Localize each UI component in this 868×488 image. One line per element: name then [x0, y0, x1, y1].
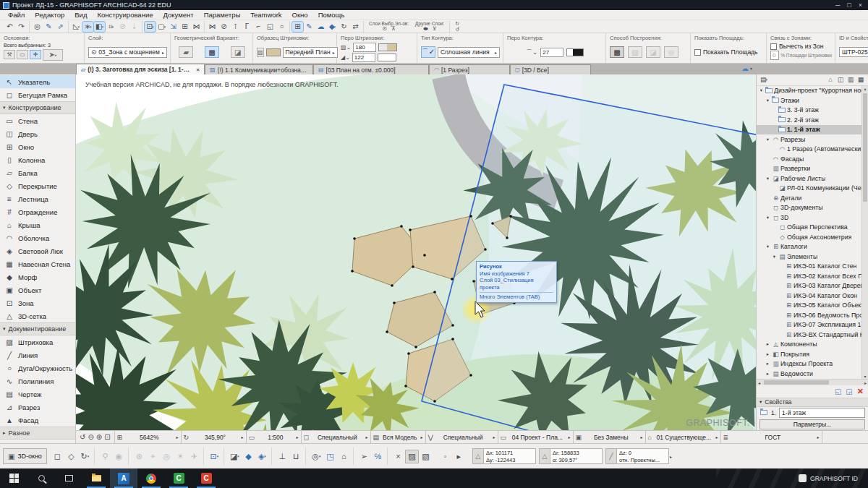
syringe-icon[interactable]: ⇗ [55, 22, 66, 32]
tracker-coordinate-box[interactable]: △Δx: 101171Δy: -122443 [472, 448, 536, 464]
tree-item[interactable]: ▾Дизайн-проект "Курортная носталь [757, 86, 861, 96]
tree-item[interactable]: ◪РЛ-01 Коммуникации (Чертеж) [757, 184, 861, 194]
tree-item[interactable]: ⊞ИКЭ-03 Каталог Дверей [757, 281, 861, 291]
clone-folder-icon[interactable]: ◲ [846, 388, 852, 395]
method-polygon-button[interactable]: ▩ [610, 46, 624, 58]
id-field[interactable] [839, 47, 868, 57]
menu-item[interactable]: Документ [158, 11, 198, 19]
tree-item[interactable]: 1. 1-й этаж [757, 125, 861, 135]
render-icon[interactable]: ◳ [324, 450, 336, 463]
delete-item-icon[interactable]: ✕ [857, 387, 864, 396]
quick-option-field[interactable]: ▤Вся Модель▸ [371, 431, 426, 443]
view-map-icon[interactable]: ◫ [835, 75, 846, 85]
quick-option-field[interactable]: ▣Без Замены▸ [574, 431, 646, 443]
tree-item[interactable]: ⊞ИКЭ-05 Каталог Объектов [757, 301, 861, 311]
partial-structure-icon[interactable]: ⊔ [290, 450, 302, 463]
snap-points-icon[interactable]: ◧▾ [94, 22, 105, 32]
tracker-prev-icon[interactable]: ◦ [439, 450, 451, 463]
tree-caret-icon[interactable]: ▾ [765, 176, 771, 181]
tree-item[interactable]: ▾◪Рабочие Листы [757, 174, 861, 184]
hatch-alt-icon[interactable]: ▧ [420, 450, 432, 463]
clean-walls-icon[interactable]: ⊥ [276, 450, 289, 463]
tree-item[interactable]: ▾◠Разрезы [757, 134, 861, 145]
tree-item[interactable]: ▸◧Покрытия [757, 349, 861, 359]
bimx-icon[interactable]: ℅ [372, 450, 384, 463]
fit-in-window-icon[interactable]: ⊡ [104, 433, 110, 441]
flyout-arrow-icon[interactable]: ▸ [297, 435, 299, 440]
tab[interactable]: ◻[3D / Все] [510, 64, 591, 74]
quick-option-field[interactable]: ◻Специальный▸ [302, 431, 371, 443]
fill-pen-fg-field[interactable]: 180 [353, 43, 376, 52]
toolbox-item[interactable]: ⊿Разрез [0, 401, 75, 414]
drawing-canvas[interactable]: Учебная версия ARCHICAD, не для продажи.… [76, 74, 756, 430]
suspend-groups-icon[interactable]: ▢▾ [156, 22, 167, 32]
teamwork-cloud-icon[interactable]: ☁ [741, 64, 749, 72]
explore-icon[interactable]: ◉ [113, 450, 125, 463]
gravity-icon[interactable]: ⊘ [117, 22, 128, 32]
file-explorer-button[interactable] [82, 468, 110, 488]
marquee-view-icon[interactable]: ◪▾ [229, 450, 241, 463]
toolbox-section[interactable]: ▸Разное [0, 427, 75, 440]
tab-close-icon[interactable]: × [196, 67, 200, 73]
maximize-button[interactable]: □ [847, 1, 851, 9]
layer-unlock-icon[interactable]: ⊻ [433, 26, 437, 32]
tree-caret-icon[interactable]: ▾ [758, 87, 765, 93]
inject-parameters-icon[interactable]: ✎ [43, 22, 54, 32]
contour-pen-field[interactable]: 27 [540, 48, 563, 57]
tree-item[interactable]: ▸▤Ведомости [757, 369, 861, 379]
geometry-rectangle-button[interactable]: ▩ [205, 46, 219, 58]
zone-percent-field[interactable]: 0 [770, 51, 779, 60]
geometry-rotated-button[interactable]: ◪ [231, 46, 245, 58]
fg-pen-swatch[interactable] [378, 43, 397, 51]
toolbox-item[interactable]: ▭Стена [0, 114, 75, 127]
redo-icon[interactable]: ↷ [16, 22, 27, 32]
flyout-arrow-icon[interactable]: ▸ [176, 435, 179, 440]
settings-dialog-button[interactable]: ⚒ [4, 50, 15, 59]
home-view-icon[interactable]: ⌂ [338, 450, 350, 463]
quick-option-field[interactable]: ↻345,90°▸ [182, 431, 247, 443]
tree-item[interactable]: ▥Развертки [757, 164, 861, 174]
tree-item[interactable]: ⊕Детали [757, 193, 861, 203]
method-rotrect-button[interactable]: ◪ [646, 46, 660, 58]
hatch-toggle-icon[interactable]: ▨ [406, 450, 418, 463]
camera-path-icon[interactable]: ⌖ [147, 450, 159, 463]
close-button[interactable]: × [859, 1, 862, 9]
toolbox-item[interactable]: #Ограждение [0, 205, 75, 218]
tree-item[interactable]: ▾◻3D [757, 213, 861, 223]
pick-up-parameters-icon[interactable]: ◎ [32, 22, 43, 32]
toolbox-item[interactable]: ▦Навесная Стена [0, 257, 75, 270]
taskbar-search-button[interactable] [27, 468, 55, 488]
resize-icon[interactable]: ⋈ [191, 22, 202, 32]
tree-caret-icon[interactable]: ▾ [771, 254, 778, 260]
toolbox-item[interactable]: ▨Штриховка [0, 335, 75, 348]
quick-option-field[interactable]: ≣ГОСТ▸ [721, 431, 822, 443]
toolbox-item[interactable]: ◆Морф [0, 270, 75, 283]
arrow-tool-button[interactable]: ➤▸ [43, 49, 63, 61]
tree-horizontal-scrollbar[interactable]: ◂▸ [757, 379, 868, 386]
magic-wand-icon[interactable]: ○ [276, 22, 287, 32]
perspective-icon[interactable]: ◻ [51, 450, 64, 463]
zoom-previous-icon[interactable]: ↺ [80, 433, 85, 441]
menu-item[interactable]: Вид [69, 11, 92, 19]
tab[interactable]: ▤[03 План на отм. ±0.000] [313, 64, 429, 74]
toolbox-item[interactable]: ▲Фасад [0, 414, 75, 427]
menu-item[interactable]: Файл [3, 11, 30, 19]
send-view-icon[interactable]: ➢ [358, 450, 370, 463]
tree-item[interactable]: ◇Общая Аксонометрия [757, 232, 861, 242]
flyout-arrow-icon[interactable]: ▸ [366, 435, 368, 440]
fill-pattern-combo[interactable]: Передний План ▸ [283, 47, 338, 58]
flyout-arrow-icon[interactable]: ▸ [641, 435, 643, 440]
toolbox-item[interactable]: ○Дуга/Окружность [0, 361, 75, 374]
start-button[interactable] [0, 468, 27, 488]
intersect-icon[interactable]: Γ [242, 22, 252, 32]
quick-option-field[interactable]: ⋁Специальный▸ [426, 431, 498, 443]
flyout-arrow-icon[interactable]: ▸ [716, 435, 718, 440]
layer-show-icon[interactable]: ⊙ [383, 26, 387, 32]
tracker-coordinate-box[interactable]: △Δr: 158833α: 309,57° [539, 448, 603, 464]
quick-option-field[interactable]: ▭04 Проект - Пла...▸ [498, 431, 574, 443]
tree-item[interactable]: 3. 3-й этаж [757, 106, 861, 116]
fly-mode-icon[interactable]: ✈ [188, 450, 200, 463]
marquee-mode-icon[interactable]: ⊡▾ [145, 22, 156, 32]
toolbox-item[interactable]: ∿Полилиния [0, 374, 75, 388]
tab[interactable]: ◠[1 Разрез] [429, 64, 510, 74]
